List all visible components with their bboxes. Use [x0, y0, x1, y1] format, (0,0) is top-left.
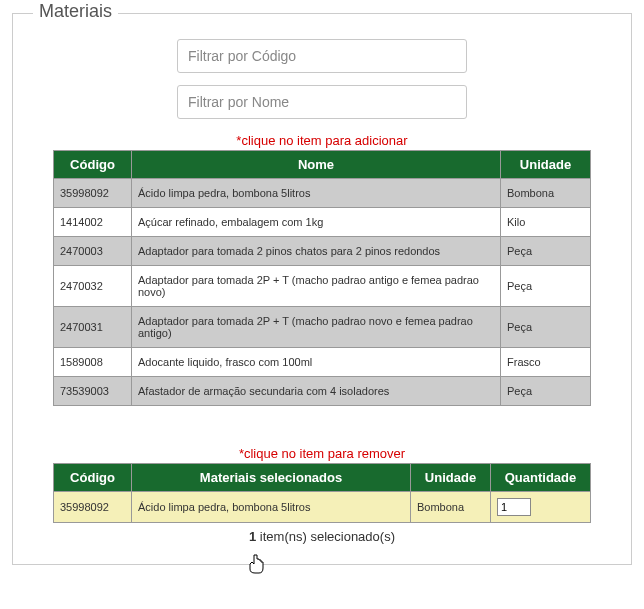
sel-col-qtd: Quantidade [491, 464, 591, 492]
table-row[interactable]: 2470031Adaptador para tomada 2P + T (mac… [54, 307, 591, 348]
sel-col-codigo: Código [54, 464, 132, 492]
hint-add: *clique no item para adicionar [13, 133, 631, 148]
sel-cell-qtd [491, 492, 591, 523]
cell-nome: Afastador de armação secundaria com 4 is… [132, 377, 501, 406]
cell-nome: Adaptador para tomada 2P + T (macho padr… [132, 307, 501, 348]
cell-nome: Ácido limpa pedra, bombona 5litros [132, 179, 501, 208]
sel-cell-nome: Ácido limpa pedra, bombona 5litros [132, 492, 411, 523]
cell-unidade: Peça [501, 266, 591, 307]
filter-nome-input[interactable] [177, 85, 467, 119]
filter-section [13, 39, 631, 119]
available-table-wrap: Código Nome Unidade 35998092Ácido limpa … [53, 150, 591, 406]
cell-unidade: Peça [501, 237, 591, 266]
cell-nome: Adaptador para tomada 2 pinos chatos par… [132, 237, 501, 266]
sel-cell-unidade: Bombona [411, 492, 491, 523]
cell-codigo: 73539003 [54, 377, 132, 406]
fieldset-legend: Materiais [33, 1, 118, 22]
sel-col-nome: Materiais selecionados [132, 464, 411, 492]
selected-count-footer: 1 item(ns) selecionado(s) [53, 529, 591, 544]
cell-codigo: 2470032 [54, 266, 132, 307]
cell-nome: Adaptador para tomada 2P + T (macho padr… [132, 266, 501, 307]
selected-count-suffix: item(ns) selecionado(s) [256, 529, 395, 544]
materiais-fieldset: Materiais *clique no item para adicionar… [12, 13, 632, 565]
table-row[interactable]: 2470003Adaptador para tomada 2 pinos cha… [54, 237, 591, 266]
selected-row[interactable]: 35998092Ácido limpa pedra, bombona 5litr… [54, 492, 591, 523]
available-scroll[interactable]: Código Nome Unidade 35998092Ácido limpa … [53, 150, 591, 406]
cell-codigo: 1414002 [54, 208, 132, 237]
col-header-unidade: Unidade [501, 151, 591, 179]
cell-unidade: Frasco [501, 348, 591, 377]
selected-table: Código Materiais selecionados Unidade Qu… [53, 463, 591, 523]
col-header-codigo: Código [54, 151, 132, 179]
cell-unidade: Kilo [501, 208, 591, 237]
hint-remove: *clique no item para remover [53, 446, 591, 461]
cell-nome: Adocante liquido, frasco com 100ml [132, 348, 501, 377]
cell-codigo: 2470003 [54, 237, 132, 266]
cell-nome: Açúcar refinado, embalagem com 1kg [132, 208, 501, 237]
cell-codigo: 1589008 [54, 348, 132, 377]
cell-unidade: Peça [501, 377, 591, 406]
table-row[interactable]: 2470032Adaptador para tomada 2P + T (mac… [54, 266, 591, 307]
sel-cell-codigo: 35998092 [54, 492, 132, 523]
available-table: Código Nome Unidade 35998092Ácido limpa … [53, 150, 591, 406]
table-row[interactable]: 1589008Adocante liquido, frasco com 100m… [54, 348, 591, 377]
cell-codigo: 35998092 [54, 179, 132, 208]
cell-unidade: Bombona [501, 179, 591, 208]
table-row[interactable]: 35998092Ácido limpa pedra, bombona 5litr… [54, 179, 591, 208]
sel-col-unidade: Unidade [411, 464, 491, 492]
quantity-input[interactable] [497, 498, 531, 516]
cell-codigo: 2470031 [54, 307, 132, 348]
table-row[interactable]: 1414002Açúcar refinado, embalagem com 1k… [54, 208, 591, 237]
selected-section: *clique no item para remover Código Mate… [53, 446, 591, 544]
cell-unidade: Peça [501, 307, 591, 348]
table-row[interactable]: 73539003Afastador de armação secundaria … [54, 377, 591, 406]
col-header-nome: Nome [132, 151, 501, 179]
filter-codigo-input[interactable] [177, 39, 467, 73]
